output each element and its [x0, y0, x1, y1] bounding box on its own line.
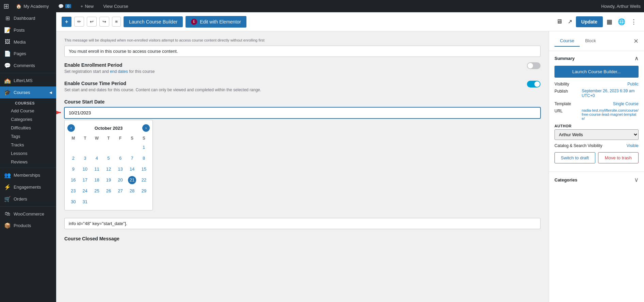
user-greeting: Howdy, Arthur Wells — [601, 4, 641, 9]
enrollment-period-toggle[interactable] — [527, 62, 541, 69]
cal-day-cell[interactable]: 29 — [138, 186, 150, 196]
sidebar-item-add-course[interactable]: Add Course — [11, 107, 56, 115]
sidebar: ⊞ Dashboard 📝 Posts 🖼 Media 📄 Pages 💬 Co… — [0, 12, 56, 302]
cal-day-cell[interactable]: 3 — [79, 153, 91, 164]
sidebar-item-label: Courses — [14, 90, 30, 95]
wp-logo[interactable]: ⊞ — [3, 2, 9, 10]
launch-course-builder-button[interactable]: Launch Course Builder — [124, 16, 183, 27]
cal-day-cell[interactable]: 23 — [67, 186, 79, 196]
cal-day-cell[interactable]: 7 — [126, 153, 138, 164]
add-block-button[interactable]: + — [62, 17, 71, 27]
preview-button[interactable]: 🖥 — [554, 16, 564, 27]
panel-close-button[interactable]: ✕ — [633, 37, 639, 45]
cal-day-cell[interactable]: 13 — [114, 164, 126, 175]
sidebar-item-posts[interactable]: 📝 Posts — [0, 24, 56, 36]
cal-day-cell[interactable]: 12 — [103, 164, 115, 175]
sidebar-item-memberships[interactable]: 👥 Memberships — [0, 169, 56, 181]
cal-day-cell[interactable]: 9 — [67, 164, 79, 175]
visibility-value[interactable]: Public — [627, 82, 639, 86]
sidebar-item-engagements[interactable]: ⚡ Engagements — [0, 181, 56, 193]
course-start-date-input[interactable]: 10/21/2023 — [64, 107, 541, 118]
sidebar-item-difficulties[interactable]: Difficulties — [11, 124, 56, 132]
cal-day-cell[interactable]: 6 — [114, 153, 126, 164]
cal-next-button[interactable]: › — [142, 124, 150, 132]
publish-value[interactable]: September 26, 2023 6:39 am UTC+0 — [582, 89, 639, 98]
cal-day-cell[interactable]: 25 — [91, 186, 103, 196]
sidebar-item-lifterlms[interactable]: 🏫 LifterLMS — [0, 75, 56, 86]
document-overview-button[interactable]: ≡ — [112, 17, 121, 27]
end-dates-link[interactable]: end dates — [110, 69, 128, 74]
cal-day-cell[interactable]: 30 — [67, 196, 79, 207]
cal-day-cell[interactable]: 18 — [91, 175, 103, 186]
cal-day-cell[interactable]: 1 — [138, 142, 150, 153]
cal-day-cell[interactable]: 15 — [138, 164, 150, 175]
sidebar-item-comments[interactable]: 💬 Comments — [0, 60, 56, 71]
sidebar-item-tracks[interactable]: Tracks — [11, 141, 56, 149]
summary-collapse-icon[interactable]: ∧ — [634, 55, 639, 62]
site-name-link[interactable]: 🏠 My Academy — [13, 0, 51, 12]
categories-toggle[interactable]: ∨ — [634, 176, 639, 184]
settings-toggle-button[interactable]: ▦ — [605, 16, 614, 27]
move-to-trash-button[interactable]: Move to trash — [598, 152, 639, 163]
url-value[interactable]: nadia-test.myliftersite.com/course/free-… — [582, 108, 639, 121]
cal-day-cell[interactable]: 21 — [126, 175, 138, 186]
sidebar-item-lessons[interactable]: Lessons — [11, 149, 56, 158]
cal-day-cell[interactable]: 17 — [79, 175, 91, 186]
view-course-link[interactable]: View Course — [100, 0, 131, 12]
sidebar-item-media[interactable]: 🖼 Media — [0, 36, 56, 48]
edit-button[interactable]: ✏ — [74, 17, 84, 27]
cal-day-cell[interactable]: 8 — [138, 153, 150, 164]
sidebar-item-products[interactable]: 📦 Products — [0, 220, 56, 232]
cal-day-cell[interactable]: 16 — [67, 175, 79, 186]
date-input-row: 10/21/2023 — [64, 107, 541, 118]
redo-button[interactable]: ↪ — [99, 17, 109, 27]
summary-section: Summary ∧ Launch Course Builder... Visib… — [549, 51, 644, 172]
cal-day-cell[interactable]: 2 — [67, 153, 79, 164]
block-icon: ▦ — [607, 18, 612, 26]
new-content-link[interactable]: + New — [78, 0, 97, 12]
cal-day-cell[interactable]: 24 — [79, 186, 91, 196]
cal-prev-button[interactable]: ‹ — [67, 124, 75, 132]
closed-msg-input[interactable] — [64, 218, 541, 229]
update-button[interactable]: Update — [576, 16, 603, 27]
site-name: My Academy — [23, 4, 49, 9]
cal-day-cell[interactable]: 20 — [114, 175, 126, 186]
cal-day-cell[interactable]: 27 — [114, 186, 126, 196]
sidebar-item-woocommerce[interactable]: 🛍 WooCommerce — [0, 208, 56, 220]
cal-day-cell[interactable]: 26 — [103, 186, 115, 196]
undo-button[interactable]: ↩ — [87, 17, 97, 27]
sidebar-item-categories[interactable]: Categories — [11, 115, 56, 124]
catalog-value[interactable]: Visible — [627, 143, 639, 148]
catalog-label: Catalog & Search Visibility — [554, 143, 602, 148]
launch-course-builder-panel-button[interactable]: Launch Course Builder... — [554, 66, 639, 78]
external-link-button[interactable]: ↗ — [566, 17, 574, 27]
cal-day-cell[interactable]: 19 — [103, 175, 115, 186]
comments-link[interactable]: 💬 0 — [55, 0, 74, 12]
enrollment-period-title: Enable Enrollment Period — [64, 62, 527, 68]
tab-block[interactable]: Block — [580, 35, 601, 47]
cal-day-cell[interactable]: 4 — [91, 153, 103, 164]
author-select[interactable]: Arthur Wells — [554, 129, 639, 140]
cal-day-cell[interactable]: 10 — [79, 164, 91, 175]
globe-button[interactable]: 🌐 — [616, 16, 627, 27]
cal-day-cell[interactable]: 11 — [91, 164, 103, 175]
cal-day-cell[interactable]: 14 — [126, 164, 138, 175]
sidebar-item-reviews[interactable]: Reviews — [11, 158, 56, 166]
plus-icon: + — [81, 4, 83, 9]
more-options-button[interactable]: ⋮ — [629, 16, 639, 27]
edit-with-elementor-button[interactable]: E Edit with Elementor — [186, 16, 246, 28]
sidebar-item-dashboard[interactable]: ⊞ Dashboard — [0, 12, 56, 24]
switch-to-draft-button[interactable]: Switch to draft — [554, 152, 595, 163]
sidebar-item-orders[interactable]: 🛒 Orders — [0, 193, 56, 205]
url-label: URL — [554, 108, 579, 113]
sidebar-item-tags[interactable]: Tags — [11, 132, 56, 141]
tab-course[interactable]: Course — [554, 35, 580, 47]
sidebar-item-courses[interactable]: 🎓 Courses ◀ — [0, 86, 56, 98]
cal-day-cell[interactable]: 22 — [138, 175, 150, 186]
cal-day-cell[interactable]: 28 — [126, 186, 138, 196]
cal-day-cell[interactable]: 5 — [103, 153, 115, 164]
cal-day-cell[interactable]: 31 — [79, 196, 91, 207]
template-value[interactable]: Single Course — [613, 101, 639, 106]
sidebar-item-pages[interactable]: 📄 Pages — [0, 48, 56, 60]
course-time-period-toggle[interactable] — [527, 81, 541, 88]
